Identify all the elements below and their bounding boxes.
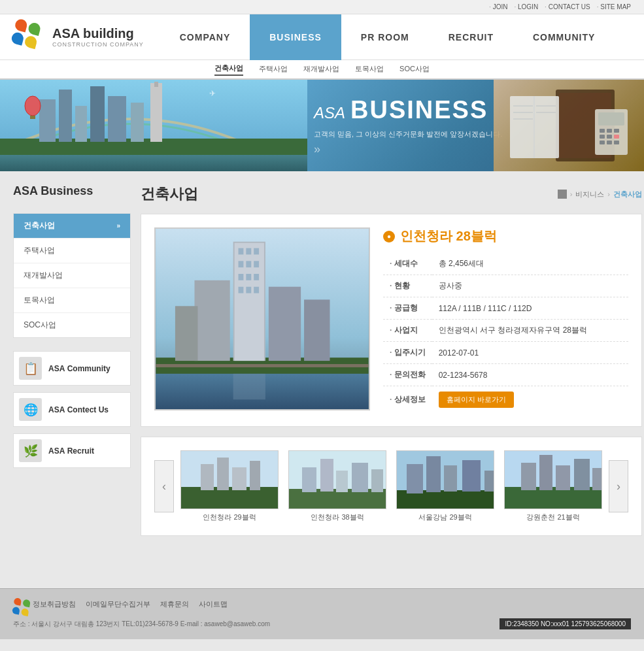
nav-company[interactable]: COMPANY <box>160 14 250 60</box>
svg-rect-28 <box>614 129 619 133</box>
svg-rect-31 <box>614 135 619 139</box>
svg-rect-79 <box>505 487 602 509</box>
login-link[interactable]: LOGIN <box>514 3 538 10</box>
svg-rect-39 <box>235 243 264 361</box>
table-row: 공급형 112A / 111B / 111C / 112D <box>383 297 628 320</box>
nav-prroom[interactable]: PR ROOM <box>341 14 429 60</box>
svg-rect-14 <box>0 155 307 171</box>
svg-rect-52 <box>195 280 230 361</box>
join-link[interactable]: JOIN <box>489 3 507 10</box>
svg-rect-80 <box>521 463 536 490</box>
svg-rect-47 <box>246 274 251 280</box>
svg-rect-29 <box>600 135 605 139</box>
thumb-image-4[interactable] <box>504 450 602 509</box>
detail-title: ● 인천청라 28블럭 <box>383 227 628 245</box>
header: ASA building CONSTRUCTION COMPANY COMPAN… <box>0 14 644 60</box>
sidebar-item-housing[interactable]: 주택사업 <box>14 239 130 263</box>
contact-link[interactable]: CONTACT US <box>545 3 590 10</box>
svg-rect-5 <box>90 86 105 142</box>
svg-rect-66 <box>302 467 316 492</box>
thumb-label-1: 인천청라 29블럭 <box>203 512 256 522</box>
svg-rect-27 <box>607 129 612 133</box>
thumb-item-2: 인천청라 38블럭 <box>288 450 386 522</box>
svg-rect-34 <box>614 141 619 144</box>
banner-cityscape: ✈ <box>0 80 307 171</box>
svg-rect-76 <box>462 460 481 492</box>
svg-rect-40 <box>239 248 244 255</box>
logo: ASA building CONSTRUCTION COMPANY <box>13 21 144 54</box>
detail-more-button[interactable]: 홈페이지 바로가기 <box>439 392 514 408</box>
petal-3 <box>10 31 25 45</box>
content-wrapper: ASA Business 건축사업 » 주택사업 재개발사업 토목사업 SOC사… <box>0 171 644 549</box>
flower-icon <box>10 18 42 50</box>
sidebar-item-redevelopment[interactable]: 재개발사업 <box>14 263 130 288</box>
svg-rect-32 <box>600 141 605 144</box>
subnav-civil[interactable]: 토목사업 <box>355 64 384 75</box>
footer-logo-icon <box>12 597 31 616</box>
subnav-redevelopment[interactable]: 재개발사업 <box>303 64 339 75</box>
page-header: 건축사업 › 비지니스 › 건축사업 <box>141 184 642 204</box>
main-content: 건축사업 › 비지니스 › 건축사업 <box>141 184 642 536</box>
petal-2 <box>27 21 41 35</box>
footer-privacy[interactable]: 정보취급방침 <box>33 599 76 609</box>
footer-id: ID:2348350 NO:xxx01 125793625068000 <box>500 618 631 629</box>
thumb-svg-4 <box>505 451 602 509</box>
building-illustration <box>156 229 369 409</box>
svg-rect-45 <box>254 261 259 267</box>
table-row: 문의전화 02-1234-5678 <box>383 364 628 386</box>
svg-rect-42 <box>254 248 259 255</box>
footer-sitemap[interactable]: 사이트맵 <box>199 599 228 609</box>
nav-community[interactable]: COMMUNITY <box>513 14 615 60</box>
subnav-housing[interactable]: 주택사업 <box>259 64 288 75</box>
recruit-text: ASA Recruit <box>48 446 94 456</box>
svg-rect-74 <box>426 456 441 492</box>
banner-title: BUSINESS <box>350 96 488 124</box>
svg-text:✈: ✈ <box>209 89 216 98</box>
svg-rect-73 <box>407 464 423 493</box>
svg-rect-48 <box>254 274 259 280</box>
thumb-svg-3 <box>397 451 494 509</box>
thumb-image-3[interactable] <box>396 450 494 509</box>
prev-button[interactable]: ‹ <box>154 460 174 512</box>
thumb-image-1[interactable] <box>180 450 279 509</box>
top-bar: JOIN LOGIN CONTACT US SITE MAP <box>0 0 644 14</box>
svg-rect-4 <box>75 106 87 142</box>
svg-rect-53 <box>269 287 301 361</box>
banner: ✈ ASA BUSINESS 고객의 믿음, 그 이상의 신주거문화 발전에 앞… <box>0 80 644 171</box>
svg-rect-9 <box>154 82 158 87</box>
next-button[interactable]: › <box>609 460 628 512</box>
footer-no-spam[interactable]: 이메일무단수집거부 <box>86 599 150 609</box>
thumb-label-3: 서울강남 29블럭 <box>418 512 471 522</box>
sidebar-recruit-link[interactable]: 🌿 ASA Recruit <box>13 433 131 468</box>
subnav-soc[interactable]: SOC사업 <box>399 64 430 75</box>
sitemap-link[interactable]: SITE MAP <box>597 3 631 10</box>
thumbnail-panel: ‹ 인천청라 29블럭 <box>141 437 642 536</box>
petal-4 <box>24 35 38 49</box>
svg-rect-51 <box>254 287 259 293</box>
detail-panel: ● 인천청라 28블럭 세대수 총 2,456세대 현황 공사중 공급형 112… <box>141 214 642 427</box>
svg-rect-33 <box>607 141 612 144</box>
svg-rect-44 <box>246 261 251 267</box>
sidebar-community-link[interactable]: 📋 ASA Community <box>13 351 131 386</box>
svg-rect-70 <box>371 469 383 492</box>
svg-rect-30 <box>607 135 612 139</box>
nav-recruit[interactable]: RECRUIT <box>429 14 513 60</box>
sidebar-item-civil[interactable]: 토목사업 <box>14 288 130 313</box>
svg-rect-81 <box>539 455 552 490</box>
sidebar-item-construction[interactable]: 건축사업 » <box>14 214 130 239</box>
thumb-item-4: 강원춘천 21블럭 <box>504 450 602 522</box>
svg-rect-82 <box>556 465 570 490</box>
sidebar-item-soc[interactable]: SOC사업 <box>14 313 130 337</box>
sidebar-menu: 건축사업 » 주택사업 재개발사업 토목사업 SOC사업 <box>13 213 131 338</box>
table-row: 입주시기 2012-07-01 <box>383 342 628 364</box>
contact-text: ASA Contect Us <box>48 405 109 414</box>
svg-rect-2 <box>39 99 56 142</box>
nav-business[interactable]: BUSINESS <box>250 14 341 60</box>
svg-rect-26 <box>600 129 605 133</box>
subnav-construction[interactable]: 건축사업 <box>214 63 243 76</box>
community-icon: 📋 <box>19 357 42 380</box>
svg-rect-49 <box>239 287 244 293</box>
sidebar-contact-link[interactable]: 🌐 ASA Contect Us <box>13 392 131 427</box>
footer-partnership[interactable]: 제휴문의 <box>160 599 189 609</box>
thumb-image-2[interactable] <box>288 450 386 509</box>
